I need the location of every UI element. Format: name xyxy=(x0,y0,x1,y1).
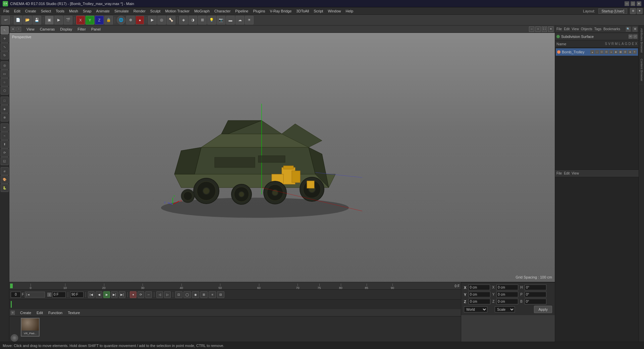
play-button[interactable]: ▶ xyxy=(103,291,110,298)
mat-menu-function[interactable]: Function xyxy=(47,310,64,315)
wire-btn[interactable]: ⊞ xyxy=(198,16,207,24)
record-button[interactable]: ● xyxy=(130,291,137,298)
close-button[interactable]: ✕ xyxy=(637,1,641,6)
viewport-canvas[interactable]: Perspective xyxy=(9,33,555,282)
loop-button[interactable]: ⟳ xyxy=(138,291,144,298)
menu-select[interactable]: Select xyxy=(39,8,53,14)
play-btn[interactable]: ▶ xyxy=(148,16,157,24)
go-end-button[interactable]: ▶| xyxy=(119,291,125,298)
y-axis-button[interactable]: Y xyxy=(86,16,94,24)
menu-mograph[interactable]: MoGraph xyxy=(192,8,212,14)
obj-search-icon[interactable]: 🔍 xyxy=(626,27,631,32)
tool-rotate[interactable]: ↻ xyxy=(1,51,9,59)
menu-file[interactable]: File xyxy=(1,8,11,14)
mat-menu-create[interactable]: Create xyxy=(19,310,33,315)
vp-icon-maximize[interactable]: ⛶ xyxy=(542,27,547,32)
tool-model[interactable]: □ xyxy=(1,97,9,105)
mat-panel-icon[interactable]: ⊞ xyxy=(11,311,15,315)
obj-menu-file[interactable]: File xyxy=(556,27,562,31)
lock-axis-button[interactable]: 🔒 xyxy=(104,16,113,24)
tool-extrude[interactable]: ⬆ xyxy=(1,140,9,148)
layer-mode-btn[interactable]: ≡ xyxy=(209,291,216,298)
attr-menu-edit[interactable]: Edit xyxy=(564,171,570,175)
tool-lathe[interactable]: ⟳ xyxy=(1,149,9,157)
param-mode-btn[interactable]: ◉ xyxy=(192,291,199,298)
tool-axis[interactable]: ⊕ xyxy=(1,113,9,121)
obj-settings-icon[interactable]: ⚙ xyxy=(633,27,637,32)
tool-paint[interactable]: 🎨 xyxy=(1,176,9,184)
menu-vray-bridge[interactable]: V-Ray Bridge xyxy=(268,8,294,14)
tool-scale[interactable]: ⤡ xyxy=(1,43,9,51)
menu-snap[interactable]: Snap xyxy=(81,8,94,14)
y2-input[interactable] xyxy=(496,292,518,297)
vp-menu-panel[interactable]: Panel xyxy=(89,27,103,32)
frame-input-step[interactable]: | xyxy=(47,293,51,297)
mat-menu-edit[interactable]: Edit xyxy=(35,310,44,315)
z-axis-button[interactable]: Z xyxy=(95,16,104,24)
h-input[interactable] xyxy=(525,285,546,290)
tool-circle-sel[interactable]: ○ xyxy=(1,78,9,86)
menu-render[interactable]: Render xyxy=(131,8,148,14)
menu-pipeline[interactable]: Pipeline xyxy=(233,8,250,14)
scale-select[interactable]: Scale Size xyxy=(495,306,515,312)
menu-window[interactable]: Window xyxy=(326,8,343,14)
obj-icon-4[interactable]: ≡ xyxy=(609,50,613,54)
light-btn[interactable]: 💡 xyxy=(207,16,216,24)
obj-icon-0[interactable]: ● xyxy=(590,50,594,54)
object-row-0[interactable]: Bomb_Trolley ● ○ ⊡ ⊟ ≡ ◉ ▦ ⊞ ◈ ✕ xyxy=(556,48,638,56)
menu-script[interactable]: Script xyxy=(312,8,325,14)
3d-model[interactable]: X Y Z xyxy=(154,94,356,221)
sky-btn[interactable]: ☁ xyxy=(235,16,244,24)
layout-btn-1[interactable]: ⚙ xyxy=(630,8,636,14)
obj-icon-8[interactable]: ◈ xyxy=(628,50,632,54)
mot-mode-btn[interactable]: ⊞ xyxy=(200,291,208,298)
material-swatch-0[interactable]: VR_Plati... xyxy=(21,318,40,337)
material-btn[interactable]: ◈ xyxy=(179,16,188,24)
layout-selector[interactable]: Startup [User] xyxy=(598,8,627,14)
world-select[interactable]: World Object xyxy=(464,306,487,312)
subdiv-check-icon[interactable]: ✓ xyxy=(633,35,637,39)
skeleton-btn[interactable]: 🦴 xyxy=(167,16,175,24)
obj-icon-7[interactable]: ⊞ xyxy=(623,50,627,54)
tool-spline[interactable]: ~ xyxy=(1,132,9,140)
mat-menu-texture[interactable]: Texture xyxy=(66,310,81,315)
subdiv-edit-icon[interactable]: ✏ xyxy=(629,35,633,39)
tool-loft[interactable]: ◱ xyxy=(1,157,9,165)
menu-create[interactable]: Create xyxy=(23,8,38,14)
tool-live-sel[interactable]: ◎ xyxy=(1,61,9,69)
viewport-corner-icon[interactable]: ⊞ xyxy=(11,27,15,32)
menu-help[interactable]: Help xyxy=(344,8,356,14)
morph-btn[interactable]: ◎ xyxy=(157,16,166,24)
vp-menu-cameras[interactable]: Cameras xyxy=(38,27,57,32)
undo-button[interactable]: ↩ xyxy=(1,16,10,24)
tool-pen[interactable]: ✏ xyxy=(1,123,9,132)
menu-tools[interactable]: Tools xyxy=(54,8,66,14)
go-start-button[interactable]: |◀ xyxy=(88,291,95,298)
next-key-button[interactable]: ▷ xyxy=(164,291,171,298)
render-region-button[interactable]: ▣ xyxy=(45,16,54,24)
z2-input[interactable] xyxy=(496,299,518,304)
z-input[interactable] xyxy=(469,299,490,304)
x2-input[interactable] xyxy=(496,285,518,290)
save-button[interactable]: 💾 xyxy=(33,16,41,24)
current-frame-input[interactable] xyxy=(52,292,66,298)
b-input[interactable] xyxy=(525,299,546,304)
vp-icon-arrow[interactable]: ↔ xyxy=(529,27,534,32)
minimize-button[interactable]: ─ xyxy=(625,1,629,6)
menu-simulate[interactable]: Simulate xyxy=(112,8,131,14)
obj-menu-edit[interactable]: Edit xyxy=(564,27,570,31)
tool-move[interactable]: ✛ xyxy=(1,35,9,43)
menu-plugins[interactable]: Plugins xyxy=(251,8,267,14)
tool-texture[interactable]: ◈ xyxy=(1,105,9,113)
obj-icon-6[interactable]: ▦ xyxy=(619,50,623,54)
obj-icon-2[interactable]: ⊡ xyxy=(600,50,604,54)
end-frame-input[interactable] xyxy=(70,292,84,298)
vp-menu-display[interactable]: Display xyxy=(58,27,74,32)
menu-animate[interactable]: Animate xyxy=(94,8,112,14)
tool-pointer[interactable]: ↖ xyxy=(1,26,9,34)
obj-icon-9[interactable]: ✕ xyxy=(633,50,637,54)
menu-mesh[interactable]: Mesh xyxy=(67,8,80,14)
new-button[interactable]: 📄 xyxy=(14,16,22,24)
open-button[interactable]: 📂 xyxy=(23,16,32,24)
y-input[interactable] xyxy=(469,292,490,297)
